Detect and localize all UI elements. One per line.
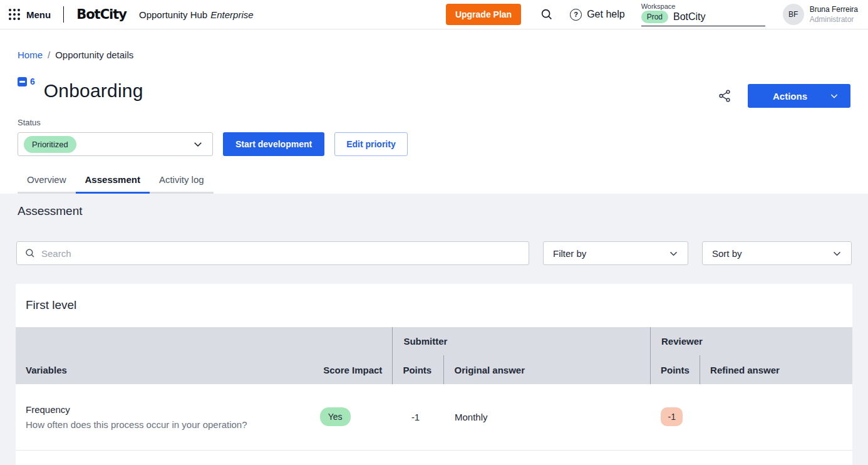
share-button[interactable] xyxy=(718,89,731,103)
cell-reviewer-points: -1 xyxy=(650,384,700,450)
cell-score-impact: Yes xyxy=(310,384,393,450)
group-header-submitter: Submitter xyxy=(393,327,651,355)
search-icon xyxy=(24,248,36,259)
workspace-value[interactable]: Prod BotCity xyxy=(641,11,765,26)
sort-by-label: Sort by xyxy=(712,248,742,259)
column-header-reviewer-points: Points xyxy=(650,355,700,384)
column-header-variables: Variables xyxy=(16,355,310,384)
start-development-button[interactable]: Start development xyxy=(223,132,324,156)
edit-priority-button[interactable]: Edit priority xyxy=(334,132,408,156)
cell-refined-answer xyxy=(700,384,852,450)
app-title: Opportunity Hub xyxy=(139,9,207,20)
column-header-original-answer: Original answer xyxy=(444,355,651,384)
first-level-card: First level Submitter Reviewer Variables… xyxy=(16,284,852,465)
cell-submitter-points: -1 xyxy=(393,384,444,450)
filter-by-label: Filter by xyxy=(553,248,586,259)
breadcrumb-separator: / xyxy=(48,50,50,60)
avatar[interactable]: BF xyxy=(783,4,804,25)
global-search-button[interactable] xyxy=(540,8,554,21)
botcity-logo[interactable]: BotCity xyxy=(76,7,127,22)
breadcrumb-current: Opportunity details xyxy=(55,50,133,60)
user-name: Bruna Ferreira xyxy=(810,5,858,14)
column-header-refined-answer: Refined answer xyxy=(700,355,852,384)
user-menu[interactable]: BF Bruna Ferreira Administrator xyxy=(783,4,858,25)
actions-label: Actions xyxy=(773,91,807,102)
get-help-label: Get help xyxy=(587,9,624,20)
status-badge: Prioritized xyxy=(24,136,76,153)
waffle-menu-icon xyxy=(9,9,20,20)
variable-name: Frequency xyxy=(26,404,310,415)
help-icon: ? xyxy=(570,9,582,21)
menu-label: Menu xyxy=(26,9,51,20)
workspace-env-badge: Prod xyxy=(641,11,668,23)
column-header-score-impact: Score Impact xyxy=(310,355,393,384)
app-edition: Enterprise xyxy=(210,9,253,20)
cell-original-answer: Monthly xyxy=(444,384,651,450)
chevron-down-icon xyxy=(668,248,679,259)
breadcrumb-home-link[interactable]: Home xyxy=(18,50,43,60)
score-impact-badge: Yes xyxy=(320,407,351,426)
sort-by-dropdown[interactable]: Sort by xyxy=(702,241,852,265)
chevron-down-icon xyxy=(192,138,204,150)
tab-bar: Overview Assessment Activity log xyxy=(18,170,214,194)
assessment-table: Submitter Reviewer Variables Score Impac… xyxy=(16,327,852,451)
reviewer-points-badge: -1 xyxy=(661,407,682,426)
tab-overview[interactable]: Overview xyxy=(18,170,76,194)
search-icon xyxy=(540,8,554,21)
workspace-name: BotCity xyxy=(673,11,706,23)
column-header-submitter-points: Points xyxy=(393,355,444,384)
search-input[interactable] xyxy=(41,248,521,259)
section-title: Assessment xyxy=(16,194,852,218)
user-role: Administrator xyxy=(810,15,858,24)
share-icon xyxy=(718,89,731,103)
priority-indicator: 6 xyxy=(18,76,35,86)
priority-minus-icon xyxy=(18,77,27,86)
breadcrumb: Home / Opportunity details xyxy=(18,50,850,60)
chevron-down-icon xyxy=(832,248,842,259)
table-row[interactable]: Frequency How often does this process oc… xyxy=(16,384,852,450)
main-menu-button[interactable]: Menu xyxy=(9,9,51,20)
workspace-selector[interactable]: Workspace Prod BotCity xyxy=(641,3,765,26)
topbar-divider xyxy=(63,6,64,23)
header-spacer xyxy=(16,327,393,355)
get-help-button[interactable]: ? Get help xyxy=(570,9,624,21)
variable-question: How often does this process occur in you… xyxy=(26,419,310,430)
tab-assessment[interactable]: Assessment xyxy=(76,170,150,194)
actions-dropdown-button[interactable]: Actions xyxy=(748,84,850,108)
card-title: First level xyxy=(16,284,852,327)
tab-activity-log[interactable]: Activity log xyxy=(150,170,214,194)
page-header-area: Home / Opportunity details 6 Onboarding … xyxy=(0,29,868,194)
page-title: Onboarding xyxy=(44,80,143,102)
assessment-section: Assessment Filter by Sort by First level xyxy=(0,194,868,465)
cell-variable: Frequency How often does this process oc… xyxy=(16,384,310,450)
filter-by-dropdown[interactable]: Filter by xyxy=(543,241,688,265)
workspace-label: Workspace xyxy=(641,3,765,10)
upgrade-plan-button[interactable]: Upgrade Plan xyxy=(446,4,521,25)
status-dropdown[interactable]: Prioritized xyxy=(18,132,213,156)
chevron-down-icon xyxy=(829,91,839,101)
group-header-reviewer: Reviewer xyxy=(650,327,852,355)
assessment-search[interactable] xyxy=(16,241,529,265)
status-label: Status xyxy=(18,118,850,127)
priority-number: 6 xyxy=(30,76,35,86)
topbar: Menu BotCity Opportunity Hub Enterprise … xyxy=(0,0,868,29)
